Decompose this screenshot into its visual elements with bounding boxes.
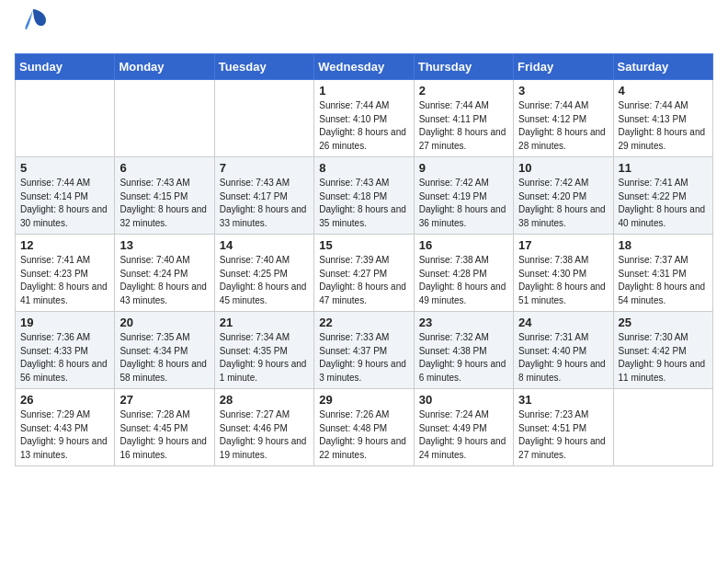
day-info: Sunrise: 7:40 AM Sunset: 4:25 PM Dayligh… (220, 254, 309, 307)
day-number: 15 (319, 238, 408, 252)
calendar-cell (115, 80, 214, 157)
logo (15, 15, 48, 42)
calendar-cell: 9Sunrise: 7:42 AM Sunset: 4:19 PM Daylig… (414, 157, 513, 235)
weekday-header-tuesday: Tuesday (214, 54, 313, 80)
day-info: Sunrise: 7:34 AM Sunset: 4:35 PM Dayligh… (220, 331, 309, 385)
day-info: Sunrise: 7:44 AM Sunset: 4:10 PM Dayligh… (319, 99, 408, 153)
day-info: Sunrise: 7:42 AM Sunset: 4:19 PM Dayligh… (419, 177, 508, 230)
day-info: Sunrise: 7:37 AM Sunset: 4:31 PM Dayligh… (619, 254, 708, 307)
calendar-cell: 31Sunrise: 7:23 AM Sunset: 4:51 PM Dayli… (514, 389, 613, 466)
day-info: Sunrise: 7:32 AM Sunset: 4:38 PM Dayligh… (419, 331, 508, 385)
calendar-cell: 15Sunrise: 7:39 AM Sunset: 4:27 PM Dayli… (314, 235, 414, 312)
page-header (15, 15, 713, 42)
calendar-cell: 11Sunrise: 7:41 AM Sunset: 4:22 PM Dayli… (613, 157, 712, 235)
day-info: Sunrise: 7:38 AM Sunset: 4:30 PM Dayligh… (518, 254, 608, 307)
calendar-cell: 4Sunrise: 7:44 AM Sunset: 4:13 PM Daylig… (613, 80, 712, 157)
calendar-cell: 3Sunrise: 7:44 AM Sunset: 4:12 PM Daylig… (514, 80, 613, 157)
logo-bird-icon (18, 7, 48, 42)
calendar-cell (16, 80, 115, 157)
day-info: Sunrise: 7:35 AM Sunset: 4:34 PM Dayligh… (119, 331, 209, 385)
day-info: Sunrise: 7:39 AM Sunset: 4:27 PM Dayligh… (319, 254, 408, 307)
day-info: Sunrise: 7:26 AM Sunset: 4:48 PM Dayligh… (319, 408, 408, 462)
calendar-cell: 30Sunrise: 7:24 AM Sunset: 4:49 PM Dayli… (414, 389, 513, 466)
day-number: 1 (319, 84, 408, 98)
day-info: Sunrise: 7:27 AM Sunset: 4:46 PM Dayligh… (220, 408, 309, 462)
day-number: 25 (619, 316, 708, 329)
weekday-header-sunday: Sunday (16, 54, 115, 80)
calendar-cell: 21Sunrise: 7:34 AM Sunset: 4:35 PM Dayli… (214, 312, 313, 389)
calendar-cell: 19Sunrise: 7:36 AM Sunset: 4:33 PM Dayli… (16, 312, 115, 389)
calendar-cell: 10Sunrise: 7:42 AM Sunset: 4:20 PM Dayli… (514, 157, 613, 235)
day-number: 8 (319, 161, 408, 175)
calendar-cell: 6Sunrise: 7:43 AM Sunset: 4:15 PM Daylig… (115, 157, 214, 235)
weekday-header-thursday: Thursday (414, 54, 513, 80)
day-info: Sunrise: 7:43 AM Sunset: 4:17 PM Dayligh… (220, 177, 309, 230)
calendar-cell: 29Sunrise: 7:26 AM Sunset: 4:48 PM Dayli… (314, 389, 414, 466)
day-number: 19 (20, 316, 109, 329)
day-info: Sunrise: 7:41 AM Sunset: 4:23 PM Dayligh… (20, 254, 109, 307)
day-info: Sunrise: 7:44 AM Sunset: 4:13 PM Dayligh… (619, 99, 708, 153)
calendar-cell: 13Sunrise: 7:40 AM Sunset: 4:24 PM Dayli… (115, 235, 214, 312)
day-info: Sunrise: 7:41 AM Sunset: 4:22 PM Dayligh… (619, 177, 708, 230)
day-number: 30 (419, 393, 508, 407)
calendar-cell (214, 80, 313, 157)
calendar-cell: 16Sunrise: 7:38 AM Sunset: 4:28 PM Dayli… (414, 235, 513, 312)
calendar-cell: 18Sunrise: 7:37 AM Sunset: 4:31 PM Dayli… (613, 235, 712, 312)
weekday-header-saturday: Saturday (613, 54, 712, 80)
day-info: Sunrise: 7:33 AM Sunset: 4:37 PM Dayligh… (319, 331, 408, 385)
day-info: Sunrise: 7:44 AM Sunset: 4:12 PM Dayligh… (518, 99, 608, 153)
calendar-cell: 27Sunrise: 7:28 AM Sunset: 4:45 PM Dayli… (115, 389, 214, 466)
calendar-header-row: SundayMondayTuesdayWednesdayThursdayFrid… (16, 54, 713, 80)
calendar-cell: 26Sunrise: 7:29 AM Sunset: 4:43 PM Dayli… (16, 389, 115, 466)
day-number: 12 (20, 238, 109, 252)
day-number: 31 (518, 393, 608, 407)
day-number: 4 (619, 84, 708, 98)
day-number: 18 (619, 238, 708, 252)
day-info: Sunrise: 7:30 AM Sunset: 4:42 PM Dayligh… (619, 331, 708, 385)
day-number: 6 (119, 161, 209, 175)
day-number: 9 (419, 161, 508, 175)
day-number: 11 (619, 161, 708, 175)
calendar-cell: 7Sunrise: 7:43 AM Sunset: 4:17 PM Daylig… (214, 157, 313, 235)
calendar-week-row: 26Sunrise: 7:29 AM Sunset: 4:43 PM Dayli… (16, 389, 713, 466)
calendar-cell: 22Sunrise: 7:33 AM Sunset: 4:37 PM Dayli… (314, 312, 414, 389)
day-info: Sunrise: 7:28 AM Sunset: 4:45 PM Dayligh… (119, 408, 209, 462)
day-number: 2 (419, 84, 508, 98)
calendar-cell: 17Sunrise: 7:38 AM Sunset: 4:30 PM Dayli… (514, 235, 613, 312)
weekday-header-wednesday: Wednesday (314, 54, 414, 80)
day-info: Sunrise: 7:24 AM Sunset: 4:49 PM Dayligh… (419, 408, 508, 462)
day-number: 27 (119, 393, 209, 407)
day-number: 10 (518, 161, 608, 175)
day-number: 29 (319, 393, 408, 407)
day-number: 7 (220, 161, 309, 175)
calendar-cell: 8Sunrise: 7:43 AM Sunset: 4:18 PM Daylig… (314, 157, 414, 235)
day-number: 23 (419, 316, 508, 329)
day-info: Sunrise: 7:38 AM Sunset: 4:28 PM Dayligh… (419, 254, 508, 307)
day-number: 24 (518, 316, 608, 329)
calendar-cell: 28Sunrise: 7:27 AM Sunset: 4:46 PM Dayli… (214, 389, 313, 466)
calendar-cell (613, 389, 712, 466)
calendar-week-row: 19Sunrise: 7:36 AM Sunset: 4:33 PM Dayli… (16, 312, 713, 389)
calendar-cell: 12Sunrise: 7:41 AM Sunset: 4:23 PM Dayli… (16, 235, 115, 312)
calendar-week-row: 1Sunrise: 7:44 AM Sunset: 4:10 PM Daylig… (16, 80, 713, 157)
calendar-cell: 20Sunrise: 7:35 AM Sunset: 4:34 PM Dayli… (115, 312, 214, 389)
day-info: Sunrise: 7:31 AM Sunset: 4:40 PM Dayligh… (518, 331, 608, 385)
calendar-cell: 2Sunrise: 7:44 AM Sunset: 4:11 PM Daylig… (414, 80, 513, 157)
day-number: 13 (119, 238, 209, 252)
calendar-cell: 24Sunrise: 7:31 AM Sunset: 4:40 PM Dayli… (514, 312, 613, 389)
day-number: 16 (419, 238, 508, 252)
day-number: 5 (20, 161, 109, 175)
calendar-week-row: 12Sunrise: 7:41 AM Sunset: 4:23 PM Dayli… (16, 235, 713, 312)
day-info: Sunrise: 7:29 AM Sunset: 4:43 PM Dayligh… (20, 408, 109, 462)
calendar-week-row: 5Sunrise: 7:44 AM Sunset: 4:14 PM Daylig… (16, 157, 713, 235)
day-number: 26 (20, 393, 109, 407)
day-info: Sunrise: 7:44 AM Sunset: 4:14 PM Dayligh… (20, 177, 109, 230)
day-info: Sunrise: 7:42 AM Sunset: 4:20 PM Dayligh… (518, 177, 608, 230)
calendar-cell: 14Sunrise: 7:40 AM Sunset: 4:25 PM Dayli… (214, 235, 313, 312)
day-info: Sunrise: 7:23 AM Sunset: 4:51 PM Dayligh… (518, 408, 608, 462)
day-info: Sunrise: 7:36 AM Sunset: 4:33 PM Dayligh… (20, 331, 109, 385)
day-info: Sunrise: 7:43 AM Sunset: 4:15 PM Dayligh… (119, 177, 209, 230)
calendar-cell: 23Sunrise: 7:32 AM Sunset: 4:38 PM Dayli… (414, 312, 513, 389)
day-number: 20 (119, 316, 209, 329)
day-info: Sunrise: 7:43 AM Sunset: 4:18 PM Dayligh… (319, 177, 408, 230)
